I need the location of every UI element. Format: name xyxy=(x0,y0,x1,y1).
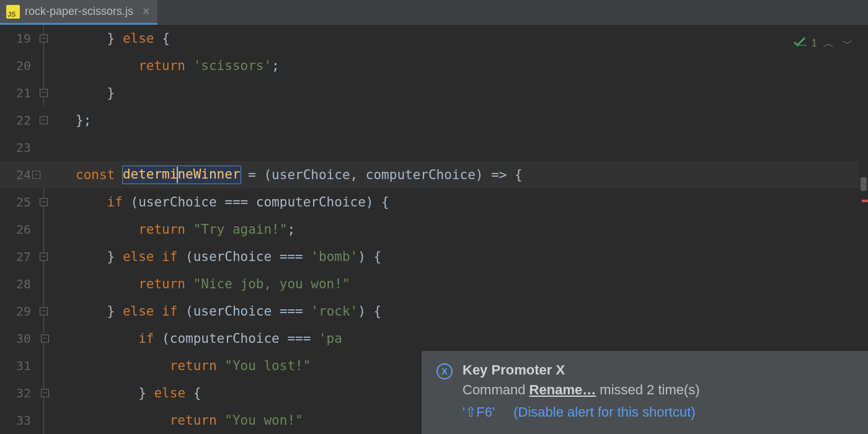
line-number: 27 xyxy=(0,249,38,264)
code-line[interactable]: 21 − } xyxy=(0,79,868,107)
tab-filename: rock-paper-scissors.js xyxy=(25,5,133,18)
string: 'pa xyxy=(319,331,342,346)
line-number: 31 xyxy=(0,358,38,373)
shortcut-hint: '⇧F6' xyxy=(463,404,495,420)
close-tab-icon[interactable]: ✕ xyxy=(138,6,150,17)
string: "Nice job, you won!" xyxy=(193,277,350,291)
inspection-count: 1 xyxy=(812,37,817,50)
next-highlight-icon[interactable]: ﹀ xyxy=(841,36,854,51)
string: 'scissors' xyxy=(193,58,272,73)
fold-marker-icon[interactable]: − xyxy=(41,335,49,343)
brace: } xyxy=(107,249,115,264)
notif-text-prefix: Command xyxy=(463,382,529,397)
code-text: (userChoice === xyxy=(177,304,311,319)
keyword: return xyxy=(170,358,217,373)
notif-command-link[interactable]: Rename… xyxy=(529,382,596,397)
tab-bar: JS rock-paper-scissors.js ✕ xyxy=(0,0,868,25)
punct: ; xyxy=(287,222,295,237)
code-text: = (userChoice, computerChoice) => { xyxy=(241,167,523,182)
line-number: 29 xyxy=(0,304,38,319)
brace: } xyxy=(107,86,115,100)
code-line[interactable]: 28 return "Nice job, you won!" xyxy=(0,270,868,298)
notification-title: Key Promoter X xyxy=(463,362,853,378)
keyword: else xyxy=(154,386,185,401)
svg-text:X: X xyxy=(441,366,448,376)
string: "Try again!" xyxy=(193,222,288,237)
fold-marker-icon[interactable]: − xyxy=(41,389,49,397)
disable-alert-link[interactable]: (Disable alert for this shortcut) xyxy=(513,404,695,420)
keyword: else xyxy=(123,31,154,46)
error-marker[interactable] xyxy=(862,200,868,202)
code-line[interactable]: 30 − if (computerChoice === 'pa xyxy=(0,325,868,352)
rename-selection[interactable]: determineWinner xyxy=(122,166,241,184)
code-line[interactable]: 27 − } else if (userChoice === 'bomb') { xyxy=(0,243,868,270)
line-number: 20 xyxy=(0,58,38,73)
line-number: 25 xyxy=(0,195,38,210)
identifier: determi xyxy=(123,167,178,182)
code-line[interactable]: 19 − } else { xyxy=(0,25,868,52)
line-number: 26 xyxy=(0,222,38,237)
brace: } xyxy=(138,386,146,401)
line-number: 32 xyxy=(0,386,38,401)
code-text: (computerChoice === xyxy=(154,331,319,346)
notification-text: Command Rename… missed 2 time(s) xyxy=(463,382,853,398)
code-text: ) { xyxy=(358,304,381,319)
fold-marker-icon[interactable]: − xyxy=(40,117,48,125)
code-line[interactable]: 29 − } else if (userChoice === 'rock') { xyxy=(0,298,868,325)
string: 'bomb' xyxy=(311,249,358,264)
keyword: else if xyxy=(123,249,178,264)
brace: { xyxy=(193,386,202,401)
prev-highlight-icon[interactable]: ︿ xyxy=(822,36,836,51)
scrollbar-thumb[interactable] xyxy=(861,177,867,191)
line-number: 30 xyxy=(0,331,38,346)
code-line[interactable]: 20 return 'scissors'; xyxy=(0,52,868,79)
keyword: return xyxy=(138,222,185,237)
identifier: neWinner xyxy=(177,167,240,182)
string: 'rock' xyxy=(311,304,358,319)
brace: } xyxy=(107,304,115,319)
string: "You lost!" xyxy=(224,358,311,373)
keyword: return xyxy=(138,277,185,291)
code-text: ) { xyxy=(358,249,381,264)
keyword: else if xyxy=(123,304,178,319)
code-line[interactable]: 26 return "Try again!"; xyxy=(0,216,868,243)
keyword: if xyxy=(138,331,154,346)
fold-marker-icon[interactable]: − xyxy=(40,308,48,316)
string: "You won!" xyxy=(224,413,303,428)
keyword: const xyxy=(76,167,115,182)
keyword: return xyxy=(138,58,185,73)
line-number: 23 xyxy=(0,140,38,155)
fold-marker-icon[interactable]: − xyxy=(40,253,48,261)
code-line[interactable]: 22 − }; xyxy=(0,107,868,134)
notif-text-suffix: missed 2 time(s) xyxy=(596,382,699,397)
inspection-widget[interactable]: 1 ︿ ﹀ xyxy=(793,36,854,51)
fold-marker-icon[interactable]: − xyxy=(32,171,40,179)
code-text: (userChoice === computerChoice) { xyxy=(123,195,389,210)
line-number: 19 xyxy=(0,31,38,46)
line-number: 33 xyxy=(0,413,38,428)
plugin-icon: X xyxy=(436,363,453,379)
keyword: if xyxy=(107,195,123,210)
fold-marker-icon[interactable]: − xyxy=(40,198,48,206)
fold-marker-icon[interactable]: − xyxy=(40,89,48,97)
code-line[interactable]: 23 xyxy=(0,134,868,161)
line-number: 28 xyxy=(0,277,38,291)
line-number: 21 xyxy=(0,86,38,100)
brace: }; xyxy=(76,113,91,128)
fold-marker-icon[interactable]: − xyxy=(40,35,48,43)
brace: } xyxy=(107,31,115,46)
code-line[interactable]: 25 − if (userChoice === computerChoice) … xyxy=(0,188,868,216)
file-tab[interactable]: JS rock-paper-scissors.js ✕ xyxy=(0,0,157,25)
brace: { xyxy=(162,31,170,46)
code-line-current[interactable]: 24 − const determineWinner = (userChoice… xyxy=(0,161,868,188)
code-text: (userChoice === xyxy=(177,249,311,264)
punct: ; xyxy=(272,58,280,73)
keyword: return xyxy=(170,413,217,428)
js-file-icon: JS xyxy=(6,5,20,19)
line-number: 22 xyxy=(0,113,38,128)
notification-popup: X Key Promoter X Command Rename… missed … xyxy=(422,351,868,434)
check-icon xyxy=(793,37,807,51)
